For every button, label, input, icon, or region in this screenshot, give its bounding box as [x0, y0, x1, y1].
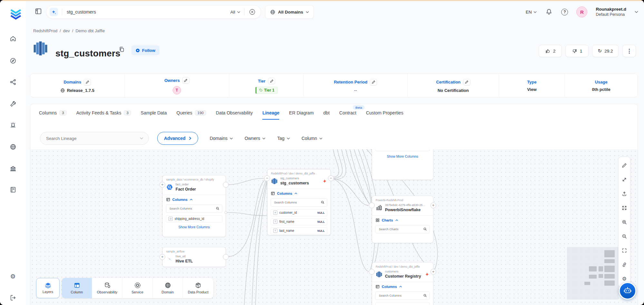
sidebar-explore-icon[interactable] — [9, 57, 17, 64]
advanced-search-button[interactable]: Advanced — [157, 132, 198, 145]
sidebar-govern-icon[interactable] — [9, 165, 17, 172]
zoom-out-icon[interactable] — [618, 229, 630, 243]
all-domains-dropdown[interactable]: All Domains — [265, 5, 314, 19]
expand-upstream-handle[interactable]: + — [159, 182, 165, 188]
export-icon[interactable] — [618, 187, 630, 201]
lineage-canvas[interactable]: Columns Show More Columns sample_data / … — [30, 149, 638, 305]
expand-downstream-handle[interactable]: + — [430, 202, 436, 208]
tab-data-observability[interactable]: Data Observability — [216, 104, 253, 122]
lineage-search-box[interactable] — [40, 132, 149, 145]
copy-name-icon[interactable] — [119, 46, 126, 54]
node-name[interactable]: Fact Order — [176, 187, 196, 192]
show-more-columns-link[interactable]: Show More Columns — [372, 154, 433, 162]
lineage-node-stg-customers[interactable]: RedshiftProd / dev / demo_dbt_jaffle stg… — [267, 169, 331, 235]
link-icon[interactable] — [618, 258, 630, 272]
lineage-node-fact-order[interactable]: sample_data / ecommerce_db / shopify fac… — [162, 175, 226, 237]
tab-sample-data[interactable]: Sample Data — [141, 104, 167, 122]
node-port-handle[interactable] — [369, 202, 375, 208]
edit-tier-icon[interactable] — [268, 78, 275, 84]
node-name[interactable]: stg_customers — [280, 181, 309, 186]
column-row[interactable]: T first_name NULL — [271, 218, 327, 225]
sidebar-home-icon[interactable] — [9, 35, 17, 43]
user-menu-chevron-icon[interactable] — [635, 11, 638, 13]
domains-value[interactable]: Release_1.7.5 — [60, 88, 94, 93]
columns-section-toggle[interactable]: Columns — [163, 195, 226, 203]
breadcrumb-item[interactable]: Demo dbt Jaffle — [75, 28, 105, 33]
filter-domains-dropdown[interactable]: Domains — [210, 136, 233, 141]
node-column-search[interactable] — [166, 204, 222, 213]
zoom-in-icon[interactable] — [618, 215, 630, 229]
node-column-search-input[interactable] — [169, 206, 216, 211]
tab-contract[interactable]: ContractBeta — [339, 104, 356, 122]
filter-column-dropdown[interactable]: Column — [302, 136, 322, 141]
breadcrumb-item[interactable]: RedshiftProd — [33, 28, 57, 33]
columns-section-toggle[interactable]: Columns — [267, 189, 331, 197]
layer-data-product-button[interactable]: Data Product — [183, 278, 213, 298]
column-row[interactable] — [375, 302, 430, 305]
charts-section-toggle[interactable]: Charts — [372, 215, 433, 224]
notifications-bell-icon[interactable] — [545, 8, 553, 16]
column-row[interactable]: T last_name NULL — [271, 227, 327, 234]
node-port-handle[interactable] — [223, 254, 229, 260]
node-chart-search[interactable] — [375, 225, 430, 233]
sidebar-settings-icon[interactable]: ⚙ — [9, 272, 17, 280]
lineage-search-input[interactable] — [45, 136, 140, 141]
tab-queries[interactable]: Queries190 — [177, 104, 206, 122]
layer-observability-button[interactable]: Observability — [92, 278, 122, 298]
expand-upstream-handle[interactable]: + — [159, 254, 165, 260]
column-row[interactable]: # customer_id NULL — [271, 209, 327, 216]
show-more-columns-link[interactable]: Show More Columns — [163, 224, 226, 232]
edit-domains-icon[interactable] — [84, 79, 91, 85]
expand-downstream-handle[interactable]: + — [430, 269, 436, 275]
node-column-search[interactable] — [375, 149, 430, 151]
sidebar-logout-icon[interactable] — [9, 294, 17, 301]
edit-lineage-icon[interactable] — [618, 158, 630, 172]
global-search-input[interactable] — [66, 9, 230, 15]
user-avatar[interactable]: R — [576, 6, 587, 17]
assistant-bot-button[interactable] — [619, 282, 636, 300]
tab-er-diagram[interactable]: ER Diagram — [289, 104, 313, 122]
breadcrumb-item[interactable]: dev — [63, 28, 70, 33]
tab-dbt[interactable]: dbt — [323, 104, 330, 122]
collapse-downstream-handle[interactable]: − — [328, 175, 334, 181]
fullscreen-icon[interactable] — [618, 243, 630, 258]
lineage-node-hive-etl[interactable]: sample_airflow hive_etl Hive ETL — [162, 247, 226, 267]
lineage-minimap[interactable] — [567, 247, 619, 300]
collapse-upstream-handle[interactable]: − — [264, 175, 270, 181]
expand-diagonal-icon[interactable] — [618, 172, 630, 187]
version-button[interactable]: ↻ 29.2 — [592, 45, 619, 57]
filter-owners-dropdown[interactable]: Owners — [245, 136, 265, 141]
help-icon[interactable]: ? — [561, 9, 568, 15]
search-scope-dropdown[interactable]: All — [230, 10, 240, 15]
sidebar-glossary-icon[interactable] — [9, 186, 17, 193]
edit-retention-icon[interactable] — [370, 79, 377, 85]
node-name[interactable]: PowerbiSnowflake — [385, 207, 427, 212]
tab-lineage[interactable]: Lineage — [262, 104, 279, 122]
node-port-handle[interactable] — [369, 269, 375, 275]
user-menu[interactable]: Rounakpreet.d Default Persona — [596, 7, 626, 17]
sidebar-collapse-icon[interactable] — [35, 8, 42, 15]
sidebar-insights-icon[interactable] — [9, 121, 17, 129]
fit-view-icon[interactable] — [618, 201, 630, 215]
filter-tag-dropdown[interactable]: Tag — [277, 136, 290, 141]
layer-domain-button[interactable]: Domain — [153, 278, 183, 298]
node-column-search-input[interactable] — [378, 293, 423, 298]
node-chart-search-input[interactable] — [378, 227, 423, 231]
owner-avatar[interactable]: T — [173, 86, 181, 94]
sidebar-data-assets-icon[interactable] — [9, 78, 17, 86]
tier-badge[interactable]: Tier 1 — [255, 87, 278, 94]
node-port-handle[interactable] — [223, 182, 229, 188]
follow-button[interactable]: Follow — [131, 45, 159, 55]
node-column-search[interactable] — [271, 198, 327, 207]
lineage-node-customer-registry[interactable]: RedshiftProd / dev / demo_dbt_jaffle cus… — [372, 262, 433, 305]
columns-section-toggle[interactable]: Columns — [372, 282, 433, 290]
node-column-search-input[interactable] — [274, 200, 321, 204]
lineage-node-partial[interactable]: Columns Show More Columns — [372, 149, 433, 180]
sidebar-tools-icon[interactable] — [9, 100, 17, 108]
app-logo[interactable] — [8, 6, 23, 21]
node-name[interactable]: Hive ETL — [176, 259, 193, 264]
column-row[interactable]: ⊙ shipping_address_id — [166, 215, 222, 222]
tab-activity-feeds[interactable]: Activity Feeds & Tasks3 — [76, 104, 131, 122]
tab-custom-properties[interactable]: Custom Properties — [366, 104, 403, 122]
edit-owners-icon[interactable] — [182, 77, 189, 84]
